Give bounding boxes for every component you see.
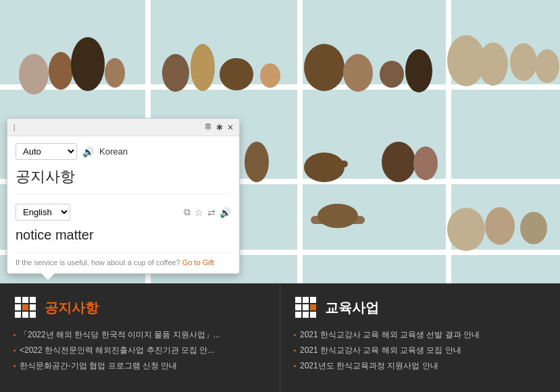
svg-rect-39 [30,312,36,318]
notice-icon [14,296,38,320]
bottom-section: 공지사항 「2022년 해외 한식당 한국적 이미지 물품 지원사업」... <… [0,283,560,392]
education-section: 교육사업 2021 한식교강사 교육 해외 교육생 선발 결과 안내 2021 … [280,283,560,392]
notice-list: 「2022년 해외 한식당 한국적 이미지 물품 지원사업」... <2022 … [14,329,266,372]
education-header: 교육사업 [294,296,546,320]
svg-point-2 [71,37,105,91]
popup-titlebar: ⁞ 후 ✱ ✕ [7,119,239,136]
svg-point-4 [162,54,189,92]
svg-point-0 [19,54,49,94]
favorite-star-icon[interactable]: ☆ [195,207,203,218]
education-item-2[interactable]: 2021 한식교강사 교육 해외 교육생 모집 안내 [294,345,524,356]
target-language-select[interactable]: English Korean Spanish French [16,204,70,221]
detected-language-label: Korean [99,146,128,157]
notice-item-3[interactable]: 한식문화공간-기업 협업 프로그램 신청 안내 [14,360,243,372]
svg-point-30 [317,204,358,228]
notice-item-2[interactable]: <2022 한식전문인력 해외진출사업 추진기관 모집 안... [14,345,243,356]
svg-point-7 [260,63,280,88]
svg-point-26 [447,208,485,251]
svg-rect-32 [22,297,28,303]
svg-point-6 [220,58,253,90]
education-title: 교육사업 [325,299,379,317]
svg-rect-40 [295,297,301,303]
svg-point-28 [520,212,547,244]
drag-handle: ⁞ [13,122,17,133]
svg-rect-45 [310,304,316,310]
svg-point-15 [535,49,559,83]
notice-title: 공지사항 [45,299,99,317]
svg-point-11 [405,49,432,92]
education-item-1[interactable]: 2021 한식교강사 교육 해외 교육생 선발 결과 안내 [294,329,524,341]
svg-rect-46 [295,312,301,318]
svg-point-27 [485,207,515,245]
svg-point-8 [304,44,345,91]
footer-text: If the service is useful, how about a cu… [16,258,180,267]
svg-rect-36 [30,304,36,310]
education-item-3[interactable]: 2021년도 한식교육과정 지원사업 안내 [294,360,524,372]
source-language-select[interactable]: Auto Korean Japanese Chinese [16,143,77,160]
education-list: 2021 한식교강사 교육 해외 교육생 선발 결과 안내 2021 한식교강사… [294,329,546,372]
svg-rect-43 [295,304,301,310]
svg-rect-38 [22,312,28,318]
svg-rect-41 [303,297,309,303]
source-language-row: Auto Korean Japanese Chinese 🔊 Korean [16,143,231,160]
source-text: 공지사항 [16,167,231,194]
swap-languages-icon[interactable]: ⇄ [207,207,215,218]
education-icon [294,296,318,320]
svg-rect-44 [303,304,309,310]
svg-point-14 [510,43,537,81]
popup-body: Auto Korean Japanese Chinese 🔊 Korean 공지… [7,136,239,273]
svg-point-3 [105,58,125,88]
svg-point-9 [343,54,373,92]
svg-rect-37 [15,312,21,318]
svg-rect-31 [15,297,21,303]
svg-rect-35 [22,304,28,310]
copy-icon[interactable]: ⧉ [184,206,190,218]
svg-point-1 [49,52,73,90]
notice-item-1[interactable]: 「2022년 해외 한식당 한국적 이미지 물품 지원사업」... [14,329,243,341]
svg-point-10 [380,61,404,88]
svg-rect-47 [303,312,309,318]
notice-section: 공지사항 「2022년 해외 한식당 한국적 이미지 물품 지원사업」... <… [0,283,280,392]
notice-header: 공지사항 [14,296,266,320]
gift-link[interactable]: Go to Gift [182,258,214,267]
svg-rect-23 [307,161,348,167]
popup-icon-1[interactable]: 후 [204,121,212,133]
svg-rect-34 [15,304,21,310]
svg-point-25 [413,146,438,180]
svg-point-5 [190,44,215,91]
source-speaker-icon[interactable]: 🔊 [82,146,94,157]
svg-point-21 [245,142,269,182]
popup-tail [41,273,55,280]
translation-popup: ⁞ 후 ✱ ✕ Auto Korean Japanese Chinese 🔊 K… [7,118,240,274]
svg-rect-33 [30,297,36,303]
svg-rect-42 [310,297,316,303]
popup-settings-icon[interactable]: ✱ [216,123,223,132]
translated-text: notice matter [16,227,231,243]
svg-point-24 [382,142,415,182]
svg-rect-48 [310,312,316,318]
target-language-row: English Korean Spanish French ⧉ ☆ ⇄ 🔊 [16,204,231,221]
popup-footer: If the service is useful, how about a cu… [16,252,231,267]
translated-speaker-icon[interactable]: 🔊 [220,207,231,218]
popup-close-icon[interactable]: ✕ [227,123,234,132]
svg-point-13 [478,43,508,86]
